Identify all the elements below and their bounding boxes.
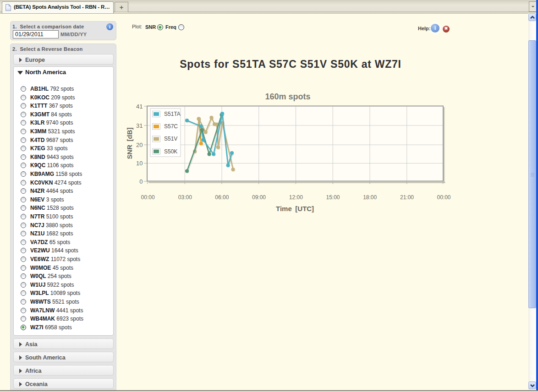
svg-text:10: 10 bbox=[136, 160, 143, 167]
svg-text:15:00: 15:00 bbox=[326, 194, 340, 201]
svg-text:S51TA: S51TA bbox=[164, 111, 181, 117]
svg-text:09:00: 09:00 bbox=[252, 194, 266, 201]
svg-text:S50K: S50K bbox=[164, 148, 177, 155]
svg-text:12:00: 12:00 bbox=[289, 194, 303, 201]
svg-text:00:00: 00:00 bbox=[141, 194, 155, 201]
svg-text:06:00: 06:00 bbox=[215, 194, 229, 201]
svg-text:31: 31 bbox=[136, 122, 143, 129]
svg-text:03:00: 03:00 bbox=[178, 194, 192, 201]
svg-text:0: 0 bbox=[139, 178, 143, 185]
svg-text:SNR [dB]: SNR [dB] bbox=[126, 127, 133, 159]
svg-text:Time [UTC]: Time [UTC] bbox=[276, 205, 314, 212]
svg-text:18:00: 18:00 bbox=[363, 194, 377, 201]
svg-text:S57C: S57C bbox=[164, 123, 178, 130]
svg-text:21:00: 21:00 bbox=[400, 194, 414, 201]
svg-text:S51V: S51V bbox=[164, 136, 177, 142]
svg-text:00:00: 00:00 bbox=[437, 194, 450, 201]
svg-text:20: 20 bbox=[136, 142, 143, 148]
svg-text:41: 41 bbox=[136, 103, 143, 110]
